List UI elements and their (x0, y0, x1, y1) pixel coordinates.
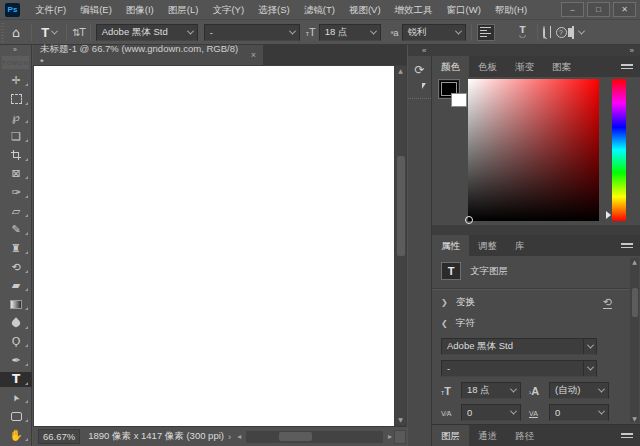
layers-tab-2[interactable]: 通道 (469, 425, 506, 446)
object-selection-tool[interactable]: ❏ (0, 129, 32, 144)
menu-item[interactable]: 滤镜(T) (297, 0, 342, 20)
color-field-cursor[interactable] (465, 216, 473, 224)
scroll-down-icon[interactable]: ▼ (395, 415, 406, 425)
font-size-select[interactable]: 18 点 (319, 24, 381, 41)
properties-scrollbar[interactable]: ▲ ▼ (630, 258, 639, 422)
frame-tool[interactable]: ⊠ (0, 166, 32, 181)
expand-panels-icon[interactable]: « (422, 46, 427, 55)
leading-select[interactable]: (自动) (549, 382, 609, 399)
dodge-tool[interactable]: Ϙ (0, 334, 32, 349)
healing-brush-tool[interactable]: ▱ (0, 204, 32, 219)
hue-slider-cursor[interactable] (606, 211, 615, 219)
layers-menu-icon[interactable] (621, 433, 633, 438)
rectangle-tool[interactable] (0, 409, 32, 424)
properties-tab-3[interactable]: 库 (506, 235, 534, 256)
search-button[interactable] (543, 27, 545, 38)
layers-tab-1[interactable]: 图层 (432, 425, 469, 446)
menu-item[interactable]: 文件(F) (28, 0, 73, 20)
close-button[interactable]: ✕ (613, 2, 636, 17)
status-menu-chevron[interactable]: › (228, 431, 231, 442)
character-section-header[interactable]: ❮ 字符 (432, 313, 640, 334)
document-tab[interactable]: 未标题-1 @ 66.7% (www.gndown.com, RGB/8) * … (33, 45, 263, 65)
color-tab-3[interactable]: 渐变 (506, 56, 543, 77)
history-brush-tool[interactable]: ⟲ (0, 260, 32, 275)
toolbar-collapse-icon[interactable]: » (0, 45, 31, 55)
character-font-size-select[interactable]: 18 点 (461, 382, 521, 399)
scroll-left-icon[interactable]: ◂ (235, 432, 243, 441)
blur-tool[interactable] (0, 316, 32, 331)
lasso-tool[interactable]: ℘ (0, 110, 32, 125)
menu-item[interactable]: 图层(L) (161, 0, 206, 20)
transform-section-header[interactable]: ❯ 变换 ⟲ (432, 292, 640, 313)
align-center-button[interactable] (496, 24, 514, 41)
kerning-select[interactable]: 0 (461, 404, 521, 421)
pen-tool[interactable]: ✒ (0, 353, 32, 368)
warp-text-button[interactable]: T◡ (514, 24, 532, 41)
color-tab-1[interactable]: 颜色 (432, 56, 469, 77)
color-tab-2[interactable]: 色板 (469, 56, 506, 77)
path-selection-tool[interactable]: ➤ (0, 390, 32, 405)
hand-tool[interactable]: ✋ (0, 428, 32, 443)
font-family-select[interactable]: Adobe 黑体 Std (96, 24, 198, 41)
menu-item[interactable]: 帮助(H) (488, 0, 534, 20)
anti-alias-select[interactable]: 锐利 (402, 24, 466, 41)
collapse-panels-icon[interactable]: » (630, 46, 635, 55)
vertical-scrollbar[interactable]: ▲ ▼ (395, 66, 406, 425)
menu-item[interactable]: 增效工具 (388, 0, 440, 20)
menu-item[interactable]: 选择(S) (251, 0, 297, 20)
menu-item[interactable]: 文字(Y) (205, 0, 251, 20)
color-menu-icon[interactable] (621, 64, 633, 69)
scroll-up-icon[interactable]: ▲ (395, 66, 406, 76)
character-font-style-select[interactable]: - (441, 360, 597, 377)
dock-gap (432, 225, 640, 235)
help-button[interactable]: ? (556, 27, 567, 38)
panel-toggle-button[interactable] (572, 27, 574, 38)
menu-item[interactable]: 编辑(E) (73, 0, 119, 20)
vertical-scroll-thumb[interactable] (397, 156, 405, 257)
color-tab-4[interactable]: 图案 (543, 56, 580, 77)
menu-item[interactable]: 窗口(W) (440, 0, 488, 20)
crop-tool[interactable] (0, 148, 32, 163)
brush-tool[interactable]: ✎ (0, 222, 32, 237)
blur-tool-icon (10, 318, 21, 329)
properties-tab-2[interactable]: 调整 (469, 235, 506, 256)
font-style-select[interactable]: - (204, 24, 300, 41)
divider (432, 288, 640, 290)
font-size-icon: тT (441, 385, 461, 397)
saturation-brightness-field[interactable] (468, 79, 599, 221)
gradient-tool[interactable] (0, 297, 32, 312)
type-tool[interactable]: T (0, 372, 32, 387)
move-tool[interactable]: ✛ (0, 73, 32, 88)
scroll-up-icon[interactable]: ▲ (630, 258, 639, 265)
properties-menu-icon[interactable] (621, 243, 633, 248)
align-left-button[interactable] (477, 24, 495, 41)
tool-preset-picker[interactable]: T (37, 23, 61, 42)
zoom-level-field[interactable]: 66.67% (38, 429, 80, 444)
minimize-button[interactable]: – (561, 2, 584, 17)
text-orientation-icon[interactable]: ⇅T (72, 27, 85, 38)
hue-slider[interactable] (612, 79, 626, 221)
maximize-button[interactable]: □ (587, 2, 610, 17)
marquee-tool[interactable] (0, 92, 32, 107)
background-color-swatch[interactable] (451, 93, 467, 107)
horizontal-scrollbar[interactable] (246, 431, 383, 443)
tracking-select[interactable]: 0 (549, 404, 609, 421)
reset-transform-icon[interactable]: ⟲ (603, 297, 612, 309)
home-icon[interactable]: ⌂ (12, 25, 20, 40)
properties-tab-1[interactable]: 属性 (432, 235, 469, 256)
document-canvas[interactable] (34, 66, 394, 426)
clone-stamp-tool[interactable]: ♜ (0, 241, 32, 256)
menu-item[interactable]: 视图(V) (342, 0, 388, 20)
eraser-tool[interactable]: ▰ (0, 278, 32, 293)
properties-scroll-thumb[interactable] (632, 288, 638, 318)
scroll-down-icon[interactable]: ▼ (630, 415, 639, 422)
horizontal-scroll-thumb[interactable] (279, 432, 312, 441)
history-panel-button[interactable]: ⟳ (414, 64, 424, 76)
menu-item[interactable]: 图像(I) (119, 0, 161, 20)
layers-tab-3[interactable]: 路径 (506, 425, 543, 446)
scroll-right-icon[interactable]: ▸ (386, 432, 394, 441)
chevron-down-icon[interactable] (578, 27, 585, 34)
eyedropper-tool[interactable]: ✑ (0, 185, 32, 200)
character-font-family-select[interactable]: Adobe 黑体 Std (441, 338, 597, 355)
close-tab-icon[interactable]: × (251, 50, 256, 60)
